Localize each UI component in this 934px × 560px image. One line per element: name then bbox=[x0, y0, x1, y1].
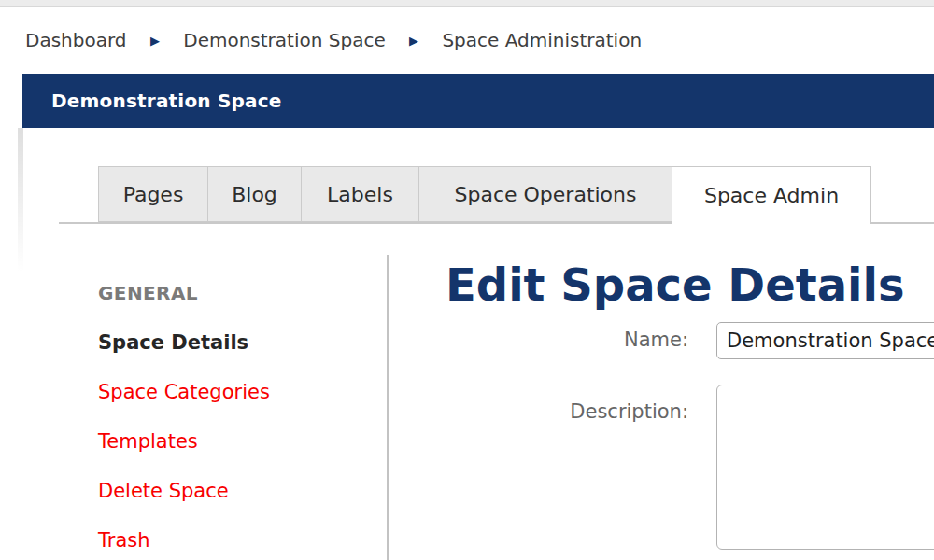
name-input[interactable] bbox=[716, 322, 934, 359]
sidebar-nav: GENERAL Space Details Space Categories T… bbox=[98, 268, 369, 560]
tab-pages[interactable]: Pages bbox=[98, 166, 208, 222]
space-header-title: Demonstration Space bbox=[22, 90, 282, 112]
space-admin-page: Dashboard ▶ Demonstration Space ▶ Space … bbox=[0, 0, 934, 560]
sidebar-item-delete-space[interactable]: Delete Space bbox=[98, 466, 369, 515]
sidebar-item-templates[interactable]: Templates bbox=[98, 416, 369, 466]
page-title: Edit Space Details bbox=[446, 259, 905, 311]
tab-blog[interactable]: Blog bbox=[207, 166, 302, 222]
tab-labels[interactable]: Labels bbox=[301, 166, 419, 222]
sidebar-item-space-details[interactable]: Space Details bbox=[98, 317, 369, 367]
description-textarea[interactable] bbox=[716, 385, 934, 550]
space-header-bar: Demonstration Space bbox=[22, 74, 934, 128]
top-chrome-strip bbox=[0, 0, 934, 7]
panel-shadow bbox=[18, 128, 23, 273]
breadcrumb-item-space-administration[interactable]: Space Administration bbox=[442, 29, 642, 51]
sidebar-item-space-categories[interactable]: Space Categories bbox=[98, 367, 369, 416]
description-label: Description: bbox=[446, 400, 688, 423]
breadcrumb-item-dashboard[interactable]: Dashboard bbox=[25, 29, 127, 51]
tab-space-admin[interactable]: Space Admin bbox=[672, 166, 871, 224]
sidebar-item-trash[interactable]: Trash bbox=[98, 515, 369, 560]
sidebar-divider bbox=[387, 255, 389, 560]
sidebar-section-general: GENERAL bbox=[98, 268, 369, 317]
breadcrumb-item-demonstration-space[interactable]: Demonstration Space bbox=[183, 29, 385, 51]
tab-space-operations[interactable]: Space Operations bbox=[418, 166, 672, 222]
breadcrumb-separator-icon: ▶ bbox=[409, 34, 418, 48]
name-label: Name: bbox=[446, 329, 688, 351]
breadcrumb: Dashboard ▶ Demonstration Space ▶ Space … bbox=[25, 29, 642, 51]
breadcrumb-separator-icon: ▶ bbox=[150, 34, 160, 48]
